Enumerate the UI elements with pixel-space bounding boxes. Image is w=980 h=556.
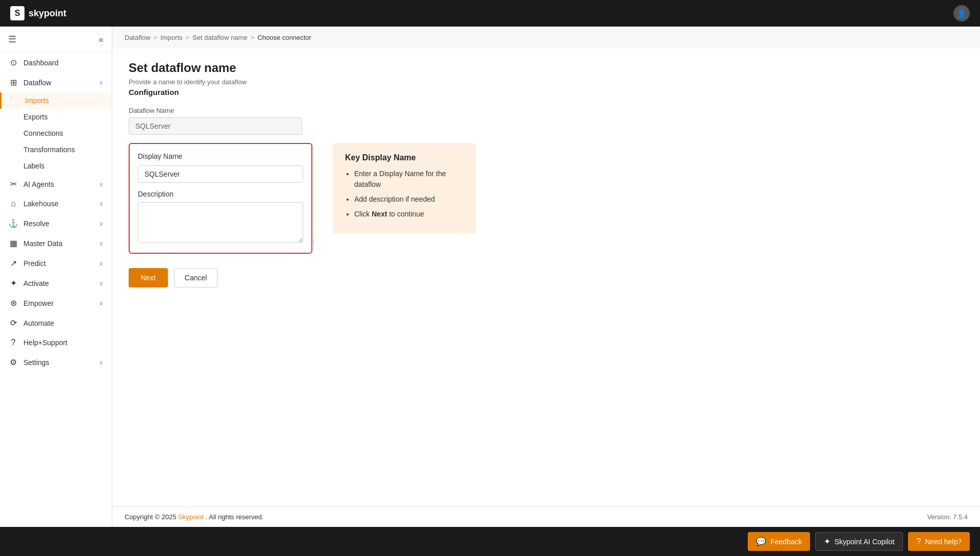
- sidebar-item-ai-agents[interactable]: ✂ AI Agents ∨: [0, 174, 112, 194]
- display-name-input[interactable]: [138, 165, 303, 183]
- help-label: Need help?: [925, 538, 962, 546]
- main-layout: ☰ « ⊙ Dashboard ⊞ Dataflow ∧ Imports Exp…: [0, 27, 980, 527]
- chevron-down-icon: ∨: [99, 359, 104, 366]
- predict-icon: ↗: [8, 258, 18, 268]
- display-name-box: Display Name Description: [129, 143, 312, 254]
- breadcrumb-current: Choose connector: [257, 34, 311, 41]
- footer: Copyright © 2025 Skypoint . All rights r…: [112, 506, 980, 527]
- sidebar-item-empower[interactable]: ⊛ Empower ∨: [0, 293, 112, 313]
- sidebar-item-dataflow[interactable]: ⊞ Dataflow ∧: [0, 72, 112, 92]
- sidebar-item-label: Automate: [23, 319, 104, 327]
- activate-icon: ✦: [8, 278, 18, 288]
- chevron-down-icon: ∨: [99, 200, 104, 207]
- hint-title: Key Display Name: [345, 153, 463, 162]
- display-name-label: Display Name: [138, 152, 303, 160]
- sidebar-header: ☰ «: [0, 27, 112, 53]
- ai-agents-icon: ✂: [8, 179, 18, 189]
- chevron-down-icon: ∨: [99, 300, 104, 307]
- next-button[interactable]: Next: [129, 268, 168, 287]
- empower-icon: ⊛: [8, 298, 18, 308]
- hint-item-2: Add description if needed: [354, 194, 463, 205]
- settings-icon: ⚙: [8, 357, 18, 367]
- feedback-label: Feedback: [770, 538, 801, 546]
- sidebar-item-help-support[interactable]: ? Help+Support: [0, 333, 112, 352]
- master-data-icon: ▦: [8, 238, 18, 248]
- feedback-icon: 💬: [756, 537, 766, 546]
- chevron-down-icon: ∨: [99, 181, 104, 188]
- dataflow-name-input[interactable]: [129, 117, 302, 135]
- user-avatar[interactable]: 👤: [953, 5, 970, 21]
- page-subtitle: Provide a name to identify your dataflow: [129, 78, 964, 86]
- topbar: S skypoint 👤: [0, 0, 980, 27]
- sidebar-item-label: Dataflow: [23, 79, 94, 87]
- brand-link[interactable]: Skypoint: [178, 513, 204, 521]
- sidebar-sub-item-transformations[interactable]: Transformations: [0, 141, 112, 158]
- hamburger-icon[interactable]: ☰: [8, 34, 16, 45]
- hint-box: Key Display Name Enter a Display Name fo…: [333, 143, 476, 234]
- sidebar-item-label: Settings: [23, 358, 94, 367]
- imports-label: Imports: [25, 96, 49, 105]
- cancel-button[interactable]: Cancel: [174, 268, 218, 287]
- automate-icon: ⟳: [8, 318, 18, 328]
- brand-logo[interactable]: S skypoint: [10, 6, 66, 20]
- sidebar-item-activate[interactable]: ✦ Activate ∨: [0, 273, 112, 293]
- section-label: Configuration: [129, 88, 964, 96]
- rights-text: . All rights reserved.: [205, 513, 263, 521]
- page-title: Set dataflow name: [129, 61, 964, 75]
- hint-list: Enter a Display Name for the dataflow Ad…: [345, 168, 463, 220]
- content-area: Dataflow > Imports > Set dataflow name >…: [112, 27, 980, 527]
- breadcrumb-dataflow[interactable]: Dataflow: [125, 34, 151, 41]
- sidebar-item-predict[interactable]: ↗ Predict ∨: [0, 253, 112, 273]
- chevron-up-icon: ∧: [99, 79, 104, 86]
- breadcrumb: Dataflow > Imports > Set dataflow name >…: [112, 27, 980, 49]
- button-row: Next Cancel: [129, 268, 964, 287]
- copilot-label: Skypoint AI Copilot: [835, 538, 895, 546]
- sidebar-item-label: Activate: [23, 279, 94, 287]
- breadcrumb-sep-1: >: [154, 34, 158, 41]
- sidebar-item-resolve[interactable]: ⚓ Resolve ∨: [0, 213, 112, 233]
- sidebar-sub-item-connections[interactable]: Connections: [0, 125, 112, 141]
- main-content: Set dataflow name Provide a name to iden…: [112, 49, 980, 506]
- sidebar-sub-item-imports[interactable]: Imports: [0, 92, 112, 109]
- hint-item-3: Click Next to continue: [354, 209, 463, 220]
- breadcrumb-sep-2: >: [186, 34, 190, 41]
- breadcrumb-sep-3: >: [251, 34, 255, 41]
- help-button-icon: ?: [916, 537, 921, 546]
- sidebar-item-label: Help+Support: [23, 339, 104, 347]
- sidebar-item-automate[interactable]: ⟳ Automate: [0, 313, 112, 333]
- exports-label: Exports: [23, 113, 47, 121]
- breadcrumb-imports[interactable]: Imports: [160, 34, 182, 41]
- feedback-button[interactable]: 💬 Feedback: [748, 532, 810, 551]
- sidebar-sub-item-exports[interactable]: Exports: [0, 109, 112, 125]
- footer-copyright: Copyright © 2025 Skypoint . All rights r…: [125, 513, 264, 521]
- help-button[interactable]: ? Need help?: [908, 532, 970, 551]
- sidebar-item-label: Lakehouse: [23, 200, 94, 208]
- bottom-bar: 💬 Feedback ✦ Skypoint AI Copilot ? Need …: [0, 527, 980, 556]
- description-textarea[interactable]: [138, 202, 303, 243]
- hint-item-1: Enter a Display Name for the dataflow: [354, 168, 463, 190]
- dashboard-icon: ⊙: [8, 58, 18, 67]
- description-label: Description: [138, 190, 303, 198]
- labels-label: Labels: [23, 162, 44, 170]
- dataflow-icon: ⊞: [8, 78, 18, 87]
- sidebar-item-label: Predict: [23, 259, 94, 268]
- resolve-icon: ⚓: [8, 219, 18, 228]
- copilot-button[interactable]: ✦ Skypoint AI Copilot: [815, 532, 903, 551]
- transformations-label: Transformations: [23, 146, 75, 154]
- sidebar-sub-item-labels[interactable]: Labels: [0, 158, 112, 174]
- sidebar-item-master-data[interactable]: ▦ Master Data ∨: [0, 233, 112, 253]
- sidebar-item-label: Empower: [23, 299, 94, 307]
- sidebar-item-settings[interactable]: ⚙ Settings ∨: [0, 352, 112, 372]
- sidebar-item-lakehouse[interactable]: ⌂ Lakehouse ∨: [0, 194, 112, 213]
- sidebar-item-label: Resolve: [23, 220, 94, 228]
- lakehouse-icon: ⌂: [8, 199, 18, 208]
- chevron-down-icon: ∨: [99, 220, 104, 227]
- breadcrumb-set-name[interactable]: Set dataflow name: [192, 34, 248, 41]
- brand-name: skypoint: [29, 8, 66, 19]
- sidebar-item-dashboard[interactable]: ⊙ Dashboard: [0, 53, 112, 72]
- copilot-icon: ✦: [824, 537, 830, 546]
- help-icon: ?: [8, 338, 18, 347]
- logo-icon: S: [10, 6, 24, 20]
- collapse-icon[interactable]: «: [99, 34, 104, 45]
- connections-label: Connections: [23, 129, 63, 137]
